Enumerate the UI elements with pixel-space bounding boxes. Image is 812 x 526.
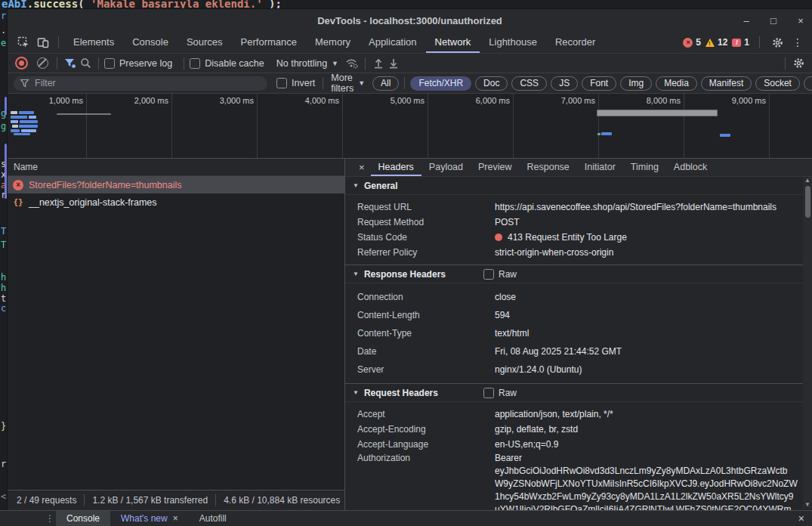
response-raw-checkbox[interactable] <box>483 269 494 280</box>
issues-badge[interactable]: !1 <box>732 37 749 48</box>
scroll-up-icon[interactable]: ▲ <box>804 177 810 184</box>
invert-label: Invert <box>292 78 315 88</box>
tab-console[interactable]: Console <box>123 32 178 53</box>
chip-css[interactable]: CSS <box>511 76 547 91</box>
triangle-down-icon: ▼ <box>353 182 359 189</box>
import-har-icon[interactable] <box>371 57 386 70</box>
preserve-log-checkbox[interactable] <box>104 58 115 69</box>
details-tab-initiator[interactable]: Initiator <box>577 159 623 176</box>
inspect-element-icon[interactable] <box>14 34 33 51</box>
details-scrollbar[interactable]: ▲ ▼ <box>803 177 812 509</box>
chip-fetch-xhr[interactable]: Fetch/XHR <box>410 76 471 91</box>
record-network-log-button[interactable] <box>15 57 28 70</box>
more-filters-dropdown[interactable]: More filters▼ <box>331 73 365 94</box>
header-row: Acceptapplication/json, text/plain, */* <box>345 407 803 422</box>
filter-toggle-icon[interactable] <box>63 57 78 70</box>
invert-checkbox[interactable] <box>276 78 287 88</box>
status-error-dot <box>495 234 502 241</box>
scroll-down-icon[interactable]: ▼ <box>804 501 810 509</box>
chip-img[interactable]: Img <box>620 76 652 91</box>
chip-doc[interactable]: Doc <box>475 76 508 91</box>
filter-input[interactable]: Filter <box>14 76 267 91</box>
console-errors-badge[interactable]: ×5 <box>683 37 701 48</box>
details-tab-payload[interactable]: Payload <box>421 159 471 176</box>
header-row: Referrer Policystrict-origin-when-cross-… <box>345 245 803 260</box>
drawer-tab-autofill[interactable]: Autofill <box>189 511 237 526</box>
chip-all[interactable]: All <box>372 76 399 91</box>
header-row: Accept-Encodinggzip, deflate, br, zstd <box>345 422 803 437</box>
throttling-dropdown[interactable]: No throttling▼ <box>276 58 338 69</box>
details-tab-response[interactable]: Response <box>520 159 577 176</box>
settings-gear-icon[interactable] <box>770 36 785 49</box>
tab-sources[interactable]: Sources <box>178 32 232 53</box>
waterfall-bar <box>11 116 27 119</box>
request-row-storedfiles[interactable]: × StoredFiles?folderName=thumbnails <box>8 176 344 193</box>
network-filter-bar: Filter Invert More filters▼ All Fetch/XH… <box>8 73 812 94</box>
header-row: Accept-Languageen-US,en;q=0.9 <box>345 437 803 452</box>
waterfall-bar <box>597 133 601 135</box>
divider <box>58 36 59 48</box>
network-toolbar: Preserve log Disable cache No throttling… <box>8 54 812 73</box>
panel-tabs: Elements Console Sources Performance Mem… <box>64 32 604 53</box>
maximize-button[interactable]: □ <box>768 15 779 26</box>
header-row: Content-Typetext/html <box>345 324 803 342</box>
minimize-button[interactable]: – <box>741 15 752 26</box>
section-request-headers[interactable]: ▼ Request Headers Raw <box>345 383 803 402</box>
drawer-tab-console[interactable]: Console <box>56 511 110 526</box>
chip-wasm[interactable]: Wasm <box>804 76 812 91</box>
export-har-icon[interactable] <box>386 57 401 70</box>
console-warnings-badge[interactable]: !12 <box>705 37 727 48</box>
divider <box>57 57 57 70</box>
chip-socket[interactable]: Socket <box>755 76 800 91</box>
transferred-size: 1.2 kB / 1,567 kB transferred <box>92 495 208 506</box>
chip-manifest[interactable]: Manifest <box>701 76 752 91</box>
close-drawer-icon[interactable]: × <box>798 511 804 526</box>
waterfall-bar <box>12 125 18 128</box>
network-summary-bar: 2 / 49 requests 1.2 kB / 1,567 kB transf… <box>8 490 344 510</box>
chip-media[interactable]: Media <box>656 76 697 91</box>
details-tab-headers[interactable]: Headers <box>371 159 421 176</box>
details-tab-preview[interactable]: Preview <box>471 159 519 176</box>
column-header-name[interactable]: Name <box>8 159 344 176</box>
close-details-icon[interactable]: × <box>353 159 371 176</box>
scrollbar-thumb[interactable] <box>805 186 810 218</box>
drawer-tab-whats-new[interactable]: What's new× <box>110 511 189 526</box>
fetch-request-icon: {} <box>13 197 23 207</box>
disable-cache-checkbox[interactable] <box>190 58 200 69</box>
tab-lighthouse[interactable]: Lighthouse <box>480 32 546 53</box>
divider <box>215 494 216 506</box>
request-row-nextjs-stack-frames[interactable]: {} __nextjs_original-stack-frames <box>8 193 344 211</box>
close-button[interactable]: × <box>795 15 806 26</box>
header-row: Request MethodPOST <box>345 215 803 230</box>
chip-font[interactable]: Font <box>582 76 616 91</box>
waterfall-bar <box>29 116 36 119</box>
close-tab-icon[interactable]: × <box>173 513 178 524</box>
network-overview-timeline[interactable]: 1,000 ms 2,000 ms 3,000 ms 4,000 ms 5,00… <box>8 94 812 159</box>
overview-selection-bar[interactable] <box>597 110 718 116</box>
details-tab-timing[interactable]: Timing <box>623 159 666 176</box>
chip-js[interactable]: JS <box>551 76 578 91</box>
section-response-headers[interactable]: ▼ Response Headers Raw <box>345 265 803 283</box>
details-tab-adblock[interactable]: Adblock <box>666 159 715 176</box>
section-general[interactable]: ▼ General <box>345 177 803 195</box>
tab-application[interactable]: Application <box>360 32 426 53</box>
request-details-pane: × Headers Payload Preview Response Initi… <box>345 159 812 510</box>
tab-network[interactable]: Network <box>426 32 480 53</box>
divider <box>785 57 786 70</box>
tab-memory[interactable]: Memory <box>306 32 360 53</box>
tab-elements[interactable]: Elements <box>64 32 123 53</box>
network-settings-gear-icon[interactable] <box>791 57 806 70</box>
tab-performance[interactable]: Performance <box>232 32 306 53</box>
network-conditions-icon[interactable] <box>344 57 360 70</box>
waterfall-bar <box>14 133 30 135</box>
clear-network-log-button[interactable] <box>37 57 48 69</box>
titlebar[interactable]: DevTools - localhost:3000/unauthorized –… <box>8 9 812 32</box>
device-toolbar-icon[interactable] <box>33 34 53 51</box>
drawer-menu-icon[interactable]: ⋮ <box>44 511 56 526</box>
more-options-icon[interactable]: ⋮ <box>789 36 806 48</box>
toolbar-right <box>780 57 812 70</box>
search-icon[interactable] <box>78 57 93 70</box>
tab-recorder[interactable]: Recorder <box>546 32 604 53</box>
divider <box>84 494 85 506</box>
request-raw-checkbox[interactable] <box>483 388 494 398</box>
